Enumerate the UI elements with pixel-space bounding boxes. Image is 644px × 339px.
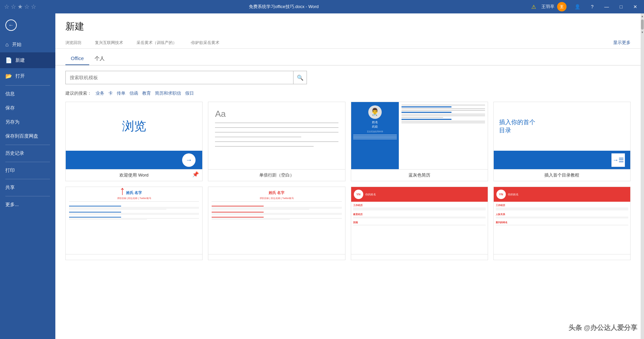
back-circle-icon: ← (5, 19, 17, 31)
template-thumb-yn1: YN 你的姓名 工作经历 教育经历 (351, 187, 488, 254)
tmpl-yn1-header: YN 你的姓名 (351, 187, 488, 202)
suggest-tag-letter[interactable]: 信函 (129, 90, 138, 96)
tmpl-yn2-body: 工作经历 人际关系 案列的特名 (494, 202, 630, 254)
sidebar-nav: ⌂ 开始 📄 新建 📂 打开 (0, 37, 55, 84)
star-icon-2: ☆ (11, 3, 16, 10)
close-button[interactable]: ✕ (631, 3, 640, 11)
person-icon[interactable]: 👤 (572, 3, 583, 11)
titlebar-controls: ⚠ 王羽卒 王 👤 ? — □ ✕ (531, 2, 640, 11)
tmpl-blank-visual: Aa (208, 102, 345, 169)
template-card-yn2[interactable]: YN 你的姓名 工作经历 人际关系 (493, 187, 631, 260)
sidebar-item-save-as[interactable]: 另存为 (0, 115, 55, 129)
preview-label-1: 浏览回坊 (65, 40, 82, 46)
preview-label-2: 复兴互联网技术 (95, 40, 123, 46)
tmpl-blank-line-5 (215, 141, 338, 142)
template-thumb-resume2b: 姓氏 名字 求职目标 | 职位名称 | Twitter账号 (208, 187, 345, 254)
template-label-yn1 (351, 254, 488, 260)
back-button[interactable]: ← (0, 13, 55, 37)
suggestions-row: 建议的搜索： 业务 卡 传单 信函 教育 简历和求职信 假日 (55, 88, 641, 96)
suggest-tag-holiday[interactable]: 假日 (185, 90, 194, 96)
tmpl-yn1-circle: YN (354, 190, 363, 199)
page-title: 新建 (65, 20, 631, 33)
tab-personal[interactable]: 个人 (89, 53, 110, 65)
tmpl-resume2b-visual: 姓氏 名字 求职目标 | 职位名称 | Twitter账号 (208, 187, 345, 254)
main-content: 新建 浏览回坊 复兴互联网技术 采岳黄术（训练产的） ·你妒欲采岳黄术 显示更多… (55, 13, 641, 339)
tmpl-yn1-section3: 技能 (353, 221, 486, 224)
scroll-up-button[interactable]: ▲ (641, 13, 644, 19)
maximize-button[interactable]: □ (617, 3, 625, 11)
tmpl-yn1-visual: YN 你的姓名 工作经历 教育经历 (351, 187, 488, 254)
suggest-tag-flyer[interactable]: 传单 (117, 90, 125, 96)
template-card-resume2b[interactable]: 姓氏 名字 求职目标 | 职位名称 | Twitter账号 (208, 187, 345, 260)
scroll-thumb[interactable] (641, 19, 644, 30)
suggest-tag-card[interactable]: 卡 (108, 90, 113, 96)
sidebar-divider-3 (5, 162, 50, 162)
main-header: 新建 (55, 13, 641, 40)
show-more-button[interactable]: 显示更多 (613, 40, 631, 46)
sidebar-item-print[interactable]: 打印 (0, 163, 55, 178)
suggest-tag-business[interactable]: 业务 (96, 90, 104, 96)
search-box: 🔍 (65, 71, 307, 84)
template-card-yn1[interactable]: YN 你的姓名 工作经历 教育经历 (351, 187, 488, 260)
sidebar-item-new[interactable]: 📄 新建 (0, 52, 55, 68)
tmpl-resume2a-visual: 姓氏 名字 求职目标 | 职位名称 | Twitter账号 (66, 187, 202, 254)
pin-icon[interactable]: 📌 (192, 171, 199, 178)
template-label-resume2a (66, 254, 202, 260)
sidebar-item-info[interactable]: 信息 (0, 87, 55, 101)
tmpl-resume2b-title: 求职目标 | 职位名称 | Twitter账号 (212, 197, 341, 200)
template-card-resume2a[interactable]: 姓氏 名字 求职目标 | 职位名称 | Twitter账号 (65, 187, 203, 260)
tmpl-resume-right (399, 102, 488, 169)
sidebar-item-open[interactable]: 📂 打开 (0, 68, 55, 84)
tmpl-arrow-circle: → (182, 153, 196, 167)
tmpl-resume2a-name: 姓氏 名字 (69, 190, 199, 195)
preview-label-3: 采岳黄术（训练产的） (137, 40, 177, 46)
tmpl-yn2-section1: 工作经历 (496, 204, 628, 207)
sidebar-item-save[interactable]: 保存 (0, 101, 55, 115)
template-card-welcome[interactable]: 浏览 → 欢迎使用 Word 📌 ↑ (65, 102, 203, 181)
title-text: 免费系统学习office技巧.docx - Word (36, 4, 531, 10)
search-input[interactable] (66, 75, 293, 80)
suggest-tag-education[interactable]: 教育 (142, 90, 151, 96)
tmpl-resume-name: 姓名此处 (372, 120, 378, 129)
template-card-blank[interactable]: Aa 单倍行距（空白） (208, 102, 345, 181)
sidebar-item-share[interactable]: 共享 (0, 181, 55, 195)
tmpl-blank-aa: Aa (215, 109, 338, 119)
sidebar-item-save-baidu[interactable]: 保存到百度网盘 (0, 129, 55, 143)
tmpl-welcome-top: 浏览 (66, 102, 202, 151)
titlebar: ☆ ☆ ★ ☆ ☆ 免费系统学习office技巧.docx - Word ⚠ 王… (0, 0, 644, 13)
help-button[interactable]: ? (588, 3, 596, 11)
template-card-toc[interactable]: 新型 插入你的首个目录 →☰ 插入首个目录教程 (493, 102, 631, 181)
avatar: 王 (557, 2, 567, 11)
star-icon-1: ☆ (4, 3, 9, 10)
sidebar-item-more[interactable]: 更多... (0, 198, 55, 212)
right-scrollbar: ▲ ▼ (641, 13, 644, 339)
template-thumb-resume: 👨‍⚕️ 姓名此处 五古石业生导丰华 (351, 102, 488, 169)
tmpl-yn2-section2: 人际关系 (496, 213, 628, 216)
tmpl-yn2-visual: YN 你的姓名 工作经历 人际关系 (494, 187, 630, 254)
suggest-tag-resume[interactable]: 简历和求职信 (155, 90, 181, 96)
warning-icon: ⚠ (531, 4, 536, 10)
scroll-down-button[interactable]: ▼ (641, 30, 644, 35)
tmpl-resume-left: 👨‍⚕️ 姓名此处 五古石业生导丰华 (351, 102, 399, 169)
search-button[interactable]: 🔍 (293, 71, 307, 84)
star-icon-4: ☆ (24, 3, 30, 10)
tmpl-yn1-title: 你的姓名 (365, 193, 376, 196)
tmpl-blank-line-2 (215, 127, 338, 128)
template-label-text: 欢迎使用 Word (119, 173, 148, 178)
templates-grid: 浏览 → 欢迎使用 Word 📌 ↑ (55, 96, 641, 339)
tmpl-welcome-text: 浏览 (122, 118, 146, 135)
template-label-toc: 插入首个目录教程 (494, 169, 630, 181)
tmpl-yn1-section1: 工作经历 (353, 204, 486, 207)
home-icon: ⌂ (5, 42, 9, 48)
sidebar-item-start[interactable]: ⌂ 开始 (0, 37, 55, 52)
tmpl-yn2-title: 你的姓名 (508, 193, 519, 196)
template-thumb-yn2: YN 你的姓名 工作经历 人际关系 (494, 187, 630, 254)
tab-office[interactable]: Office (65, 53, 89, 65)
app-body: ← ⌂ 开始 📄 新建 📂 打开 信息 保存 另存为 保存到百度网盘 历史记录 … (0, 13, 644, 339)
tmpl-blank-line-6 (215, 146, 314, 147)
template-card-resume-blue[interactable]: 👨‍⚕️ 姓名此处 五古石业生导丰华 (351, 102, 488, 181)
sidebar-divider-2 (5, 145, 50, 145)
tmpl-yn2-circle: YN (496, 190, 506, 199)
sidebar-item-history[interactable]: 历史记录 (0, 146, 55, 160)
minimize-button[interactable]: — (602, 3, 612, 11)
